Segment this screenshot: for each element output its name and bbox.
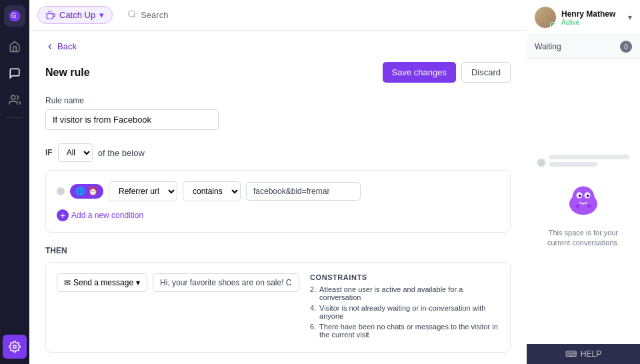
condition-type-toggle[interactable]: 🌐 ⏰ <box>70 184 103 199</box>
svg-point-16 <box>587 205 591 208</box>
empty-conversations-text: This space is for your current conversat… <box>537 228 629 249</box>
waiting-count: 0 <box>620 41 632 53</box>
header-actions: Save changes Discard <box>383 62 511 83</box>
help-label: HELP <box>581 349 601 359</box>
svg-point-13 <box>579 194 582 197</box>
coffee-icon <box>46 11 55 20</box>
condition-row: 🌐 ⏰ Referrer url contains <box>57 181 499 201</box>
help-bar[interactable]: ⌨ HELP <box>527 344 640 364</box>
then-label: THEN <box>45 246 511 255</box>
rule-name-section: Rule name <box>45 96 511 130</box>
main-container: Catch Up ▾ Back New rule Save changes Di… <box>29 0 527 364</box>
placeholder-line-1 <box>549 155 629 159</box>
placeholder-lines-container <box>549 155 629 171</box>
placeholder-line-2 <box>549 162 597 167</box>
rule-name-input[interactable] <box>45 109 219 130</box>
constraint-item-3: There have been no chats or messages to … <box>310 323 499 339</box>
page-title: New rule <box>45 67 90 79</box>
message-icon: ✉ <box>64 278 71 287</box>
clock-icon: ⏰ <box>88 187 98 196</box>
right-panel: Henry Mathew Active ▾ Waiting 0 <box>527 0 640 364</box>
send-message-label: Send a message <box>73 278 133 287</box>
rule-name-label: Rule name <box>45 96 511 105</box>
constraints-title: CONSTRAINTS <box>310 273 499 281</box>
save-changes-button[interactable]: Save changes <box>383 62 456 83</box>
constraints-box: CONSTRAINTS Atleast one user is active a… <box>310 273 499 341</box>
catch-up-label: Catch Up <box>59 10 95 20</box>
user-chevron-icon[interactable]: ▾ <box>628 13 632 22</box>
search-icon <box>127 9 137 21</box>
waiting-bar: Waiting 0 <box>527 35 640 59</box>
constraint-item-2: Visitor is not already waiting or in-con… <box>310 304 499 320</box>
sidebar-divider <box>7 117 23 118</box>
chevron-down-icon: ▾ <box>99 10 104 20</box>
user-info: Henry Mathew Active <box>561 9 623 26</box>
svg-point-2 <box>11 95 15 99</box>
catch-up-button[interactable]: Catch Up ▾ <box>37 6 113 24</box>
message-input[interactable] <box>153 273 299 292</box>
condition-value-input[interactable] <box>246 182 361 201</box>
svg-point-10 <box>573 186 595 208</box>
svg-text:G: G <box>11 12 17 19</box>
then-box: ✉ Send a message ▾ CONSTRAINTS Atleast o… <box>45 262 511 353</box>
right-panel-body: This space is for your current conversat… <box>527 59 640 344</box>
svg-line-8 <box>134 16 136 18</box>
back-arrow-icon <box>45 42 55 51</box>
sidebar-item-users[interactable] <box>3 88 27 112</box>
add-condition-button[interactable]: + Add a new condition <box>57 209 499 221</box>
then-section: THEN ✉ Send a message ▾ CONSTRAINTS Atle… <box>45 246 511 353</box>
sidebar-logo[interactable]: G <box>4 5 25 27</box>
condition-dot <box>57 187 65 195</box>
avatar <box>535 7 556 28</box>
condition-all-select[interactable]: All <box>58 143 93 162</box>
constraints-list: Atleast one user is active and available… <box>310 285 499 339</box>
globe-icon: 🌐 <box>75 187 85 196</box>
avatar-status <box>550 22 555 27</box>
back-label: Back <box>57 41 77 51</box>
contains-select[interactable]: contains <box>183 181 241 201</box>
svg-point-15 <box>575 205 579 208</box>
help-icon: ⌨ <box>565 349 577 359</box>
svg-point-7 <box>129 11 135 17</box>
sidebar-item-settings[interactable] <box>3 335 27 359</box>
if-label: IF <box>45 148 53 157</box>
svg-point-14 <box>587 194 590 197</box>
if-condition-row: IF All of the below <box>45 143 511 162</box>
referrer-url-select[interactable]: Referrer url <box>109 181 177 201</box>
then-action-area: ✉ Send a message ▾ <box>57 273 299 341</box>
action-chevron-icon: ▾ <box>136 278 140 287</box>
search-input[interactable] <box>141 10 512 20</box>
monster-illustration <box>563 181 603 221</box>
conditions-box: 🌐 ⏰ Referrer url contains + Add a new co… <box>45 170 511 233</box>
sidebar: G <box>0 0 29 364</box>
waiting-label: Waiting <box>535 42 561 51</box>
back-button[interactable]: Back <box>45 41 511 51</box>
send-message-button[interactable]: ✉ Send a message ▾ <box>57 273 147 292</box>
sidebar-item-messages[interactable] <box>3 61 27 85</box>
add-icon: + <box>57 209 69 221</box>
of-below-text: of the below <box>98 148 145 158</box>
svg-point-3 <box>13 345 17 349</box>
add-condition-label: Add a new condition <box>71 211 143 220</box>
content-area: Back New rule Save changes Discard Rule … <box>29 31 527 364</box>
user-name: Henry Mathew <box>561 9 623 19</box>
discard-button[interactable]: Discard <box>461 62 511 83</box>
page-header: New rule Save changes Discard <box>45 62 511 83</box>
user-status: Active <box>561 19 623 26</box>
topbar: Catch Up ▾ <box>29 0 527 31</box>
sidebar-item-home[interactable] <box>3 35 27 59</box>
search-bar <box>121 6 519 24</box>
right-panel-header: Henry Mathew Active ▾ <box>527 0 640 35</box>
placeholder-circle <box>537 159 545 167</box>
constraint-item-1: Atleast one user is active and available… <box>310 285 499 301</box>
